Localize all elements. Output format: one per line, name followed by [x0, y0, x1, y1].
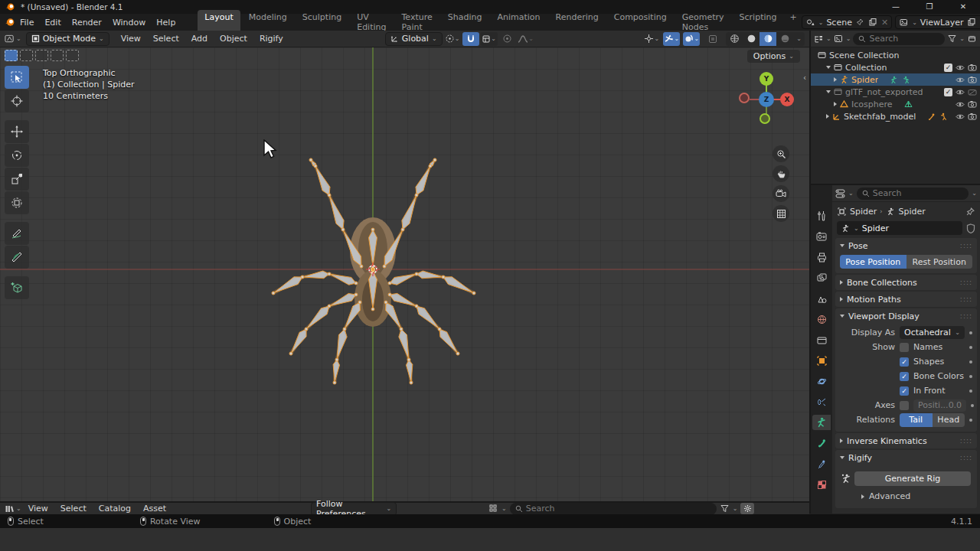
- tool-scale[interactable]: [5, 168, 29, 191]
- close-button[interactable]: ✕: [946, 0, 980, 14]
- animate-dot[interactable]: [969, 360, 972, 364]
- tool-rotate[interactable]: [5, 144, 29, 167]
- outliner-row-icosphere[interactable]: Icosphere: [811, 98, 980, 110]
- scene-selector[interactable]: ⌄ Scene ✕: [802, 15, 892, 29]
- xray-toggle-dropdown[interactable]: ⌄: [683, 32, 700, 46]
- tool-transform[interactable]: [5, 191, 29, 214]
- expand-icon[interactable]: [826, 66, 831, 69]
- proportional-falloff-dropdown[interactable]: ⌄: [518, 32, 534, 46]
- hide-eye-icon[interactable]: [955, 112, 965, 122]
- toggle-xray-button[interactable]: [704, 32, 721, 46]
- shading-solid-button[interactable]: [743, 32, 760, 46]
- hide-eye-icon[interactable]: [955, 63, 965, 73]
- menu-object[interactable]: Object: [214, 31, 253, 46]
- tab-scene[interactable]: [812, 291, 831, 306]
- menu-rigify[interactable]: Rigify: [254, 31, 289, 46]
- show-overlays-dropdown[interactable]: ⌄: [663, 32, 680, 46]
- outliner-row-collection[interactable]: Collection ✓: [811, 61, 980, 73]
- advanced-section[interactable]: Advanced: [869, 491, 910, 501]
- motion-paths-header[interactable]: Motion Paths ::::: [835, 292, 977, 307]
- shading-material-button[interactable]: [760, 32, 776, 46]
- exclude-checkbox[interactable]: ✓: [944, 64, 952, 72]
- menu-help[interactable]: Help: [151, 15, 181, 30]
- display-mode-grid-icon[interactable]: [488, 504, 498, 514]
- gizmo-axis-z[interactable]: Z: [759, 92, 774, 107]
- new-viewlayer-icon[interactable]: [967, 18, 977, 28]
- axes-checkbox[interactable]: [900, 401, 909, 410]
- asset-browser-editor-icon[interactable]: [5, 504, 15, 514]
- pan-button[interactable]: [773, 165, 789, 182]
- relations-head-button[interactable]: Head: [933, 413, 965, 427]
- disable-render-camera-icon[interactable]: [967, 63, 977, 73]
- viewport-display-header[interactable]: Viewport Display ::::: [835, 308, 977, 324]
- pivot-point-dropdown[interactable]: ⌄: [444, 32, 461, 46]
- tab-output[interactable]: [812, 249, 831, 265]
- options-dropdown[interactable]: Options ⌄: [747, 50, 800, 63]
- hide-eye-icon[interactable]: [955, 87, 965, 97]
- disable-render-camera-icon[interactable]: [967, 112, 977, 122]
- gear-icon[interactable]: [740, 503, 754, 514]
- animate-dot[interactable]: [969, 375, 972, 378]
- tool-add-cube[interactable]: [5, 276, 29, 299]
- minimize-button[interactable]: —: [879, 0, 913, 14]
- pose-panel-header[interactable]: Pose ::::: [835, 238, 977, 253]
- toggle-view-grid-button[interactable]: [773, 205, 789, 222]
- display-as-dropdown[interactable]: Octahedral ⌄: [900, 326, 965, 339]
- disable-render-camera-icon[interactable]: [967, 75, 977, 85]
- tool-annotate[interactable]: [5, 222, 29, 245]
- animate-dot[interactable]: [969, 419, 972, 422]
- armature-name-input[interactable]: ⌄ Spider: [837, 221, 962, 235]
- tool-move[interactable]: [5, 120, 29, 143]
- tab-render[interactable]: [812, 229, 831, 244]
- outliner-row-gltf-not-exported[interactable]: glTF_not_exported ✓: [811, 86, 980, 98]
- outliner-row-sketchfab-model[interactable]: Sketchfab_model: [811, 110, 980, 122]
- gizmo-axis-x[interactable]: X: [780, 93, 794, 106]
- tool-cursor[interactable]: [5, 90, 29, 112]
- fake-user-shield-icon[interactable]: [965, 223, 975, 233]
- outliner-search-input[interactable]: Search: [853, 33, 945, 45]
- viewlayer-selector[interactable]: ⌄ ViewLayer ✕: [895, 15, 980, 29]
- axes-position-slider[interactable]: Positi... 0.0: [913, 399, 966, 412]
- pin-icon[interactable]: [965, 207, 975, 217]
- shading-rendered-button[interactable]: [776, 32, 793, 46]
- zoom-button[interactable]: [773, 145, 789, 162]
- tab-tool[interactable]: [812, 208, 831, 223]
- select-set-button[interactable]: [5, 50, 18, 61]
- select-invert-button[interactable]: [51, 50, 64, 61]
- pose-position-button[interactable]: Pose Position: [840, 255, 906, 269]
- tab-texture[interactable]: [812, 477, 831, 492]
- menu-add[interactable]: Add: [186, 31, 213, 46]
- outliner-editor-icon[interactable]: [814, 34, 824, 44]
- menu-render[interactable]: Render: [67, 15, 107, 30]
- expand-icon[interactable]: [826, 114, 829, 119]
- gizmo-axis-x-neg[interactable]: [739, 93, 750, 103]
- menu-file[interactable]: File: [15, 15, 39, 30]
- inverse-kinematics-header[interactable]: Inverse Kinematics ::::: [835, 433, 977, 448]
- tool-measure[interactable]: [5, 246, 29, 269]
- animate-dot[interactable]: [969, 346, 972, 349]
- expand-icon[interactable]: [834, 77, 837, 82]
- tool-select-box[interactable]: [5, 66, 29, 89]
- asset-library-dropdown[interactable]: Follow Preferences ⌄: [311, 502, 397, 516]
- maximize-button[interactable]: ❐: [913, 0, 946, 14]
- bone-colors-checkbox[interactable]: ✓: [900, 372, 909, 381]
- rigify-header[interactable]: Rigify ::::: [835, 450, 977, 465]
- mode-dropdown[interactable]: Object Mode ⌄: [26, 32, 109, 46]
- outliner-row-scene-collection[interactable]: Scene Collection: [811, 49, 980, 61]
- animate-dot[interactable]: [969, 331, 972, 334]
- 3d-viewport[interactable]: Top Orthographic (1) Collection | Spider…: [0, 47, 809, 501]
- transform-orientation-dropdown[interactable]: Global ⌄: [385, 32, 443, 46]
- menu-window[interactable]: Window: [107, 15, 151, 30]
- menu-select[interactable]: Select: [148, 31, 185, 46]
- tab-object[interactable]: [812, 353, 831, 368]
- menu-edit[interactable]: Edit: [39, 15, 66, 30]
- asset-search-input[interactable]: Search: [510, 503, 717, 515]
- tab-bone[interactable]: [812, 435, 831, 451]
- select-intersect-button[interactable]: [66, 50, 79, 61]
- gizmo-axis-y[interactable]: Y: [760, 72, 773, 86]
- camera-view-button[interactable]: [773, 185, 789, 202]
- tab-armature-data[interactable]: [812, 415, 831, 430]
- relations-tail-button[interactable]: Tail: [900, 413, 933, 427]
- new-collection-icon[interactable]: [967, 34, 977, 44]
- outliner-display-mode-icon[interactable]: [834, 34, 844, 44]
